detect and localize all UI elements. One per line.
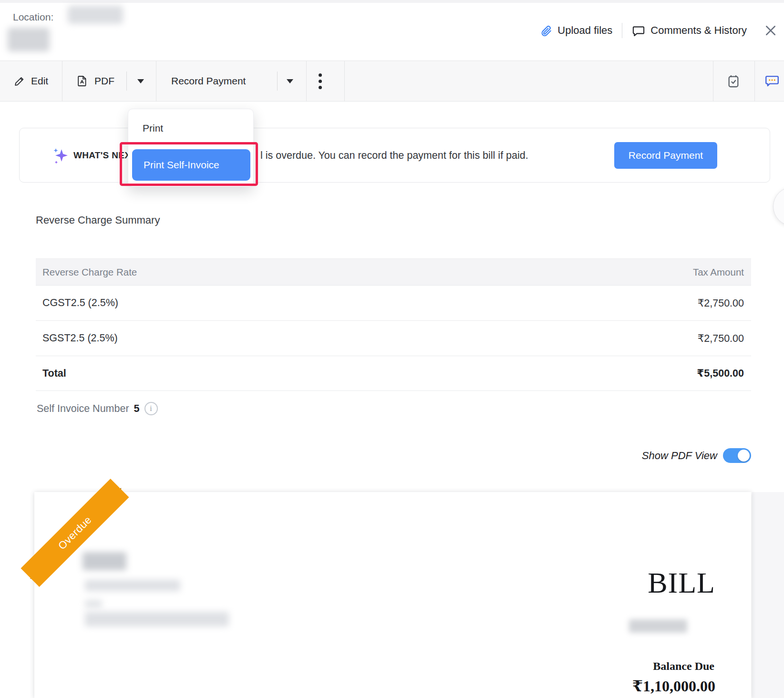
chat-dots-icon bbox=[764, 73, 780, 89]
amount-cell: ₹2,750.00 bbox=[698, 297, 744, 309]
column-header-amount: Tax Amount bbox=[693, 267, 744, 278]
redacted-vendor-name bbox=[83, 552, 126, 570]
record-payment-banner-button[interactable]: Record Payment bbox=[614, 142, 717, 169]
bill-title: BILL bbox=[648, 566, 715, 600]
record-payment-toolbar-button[interactable]: Record Payment bbox=[171, 61, 246, 101]
pdf-dropdown-caret[interactable] bbox=[137, 61, 144, 101]
table-row: CGST2.5 (2.5%) ₹2,750.00 bbox=[36, 285, 751, 320]
redacted-vendor-line bbox=[85, 612, 229, 626]
table-total-row: Total ₹5,500.00 bbox=[36, 356, 751, 391]
toolbar: Edit PDF Record Payment bbox=[0, 61, 784, 102]
header-divider bbox=[622, 23, 622, 38]
self-invoice-label: Self Invoice Number bbox=[37, 403, 129, 415]
comment-bubble-icon bbox=[632, 24, 645, 37]
pdf-dropdown-menu: Print Print Self-Invoice bbox=[128, 109, 254, 187]
balance-due-label: Balance Due bbox=[653, 660, 714, 673]
amount-cell: ₹2,750.00 bbox=[698, 332, 744, 345]
clipboard-check-icon bbox=[726, 73, 741, 89]
info-icon[interactable]: i bbox=[144, 402, 158, 415]
total-amount: ₹5,500.00 bbox=[697, 367, 744, 380]
redacted-vendor-line bbox=[85, 580, 180, 591]
banner-message: l is overdue. You can record the payment… bbox=[260, 150, 528, 162]
toolbar-divider bbox=[344, 61, 345, 101]
pdf-button[interactable]: PDF bbox=[76, 61, 114, 101]
chevron-down-icon bbox=[287, 79, 293, 83]
chevron-down-icon bbox=[137, 79, 144, 83]
toolbar-inner-divider bbox=[277, 72, 278, 91]
self-invoice-number-row: Self Invoice Number 5 i bbox=[37, 402, 158, 415]
show-pdf-view-toggle[interactable] bbox=[723, 448, 751, 463]
overdue-ribbon: Overdue bbox=[21, 479, 129, 587]
bill-detail-screen: Location: Upload files Comments & Histor… bbox=[0, 0, 784, 698]
toolbar-divider bbox=[306, 61, 307, 101]
pdf-view-toggle-row: Show PDF View bbox=[0, 448, 751, 463]
record-payment-label: Record Payment bbox=[171, 75, 246, 87]
toolbar-divider bbox=[62, 61, 62, 101]
redacted-bill-ref bbox=[629, 619, 687, 633]
pdf-label: PDF bbox=[94, 75, 114, 87]
table-row: SGST2.5 (2.5%) ₹2,750.00 bbox=[36, 320, 751, 356]
pencil-icon bbox=[14, 75, 25, 87]
menu-item-print-self-invoice[interactable]: Print Self-Invoice bbox=[132, 149, 250, 181]
tasks-clipboard-button[interactable] bbox=[720, 61, 747, 101]
bill-pdf-document: Overdue BILL Balance Due ₹1,10,000.00 bbox=[34, 492, 751, 698]
show-pdf-view-label: Show PDF View bbox=[642, 450, 717, 462]
whats-next-label: WHAT'S NEXT bbox=[73, 150, 136, 161]
redacted-bill-number bbox=[8, 28, 50, 51]
upload-files-label: Upload files bbox=[557, 24, 612, 37]
overdue-ribbon-label: Overdue bbox=[56, 513, 94, 552]
header-actions: Upload files Comments & History bbox=[540, 22, 779, 39]
chat-comments-button[interactable] bbox=[760, 61, 784, 101]
paperclip-icon bbox=[540, 24, 552, 37]
floating-action-button-partial[interactable] bbox=[773, 187, 784, 226]
edit-button[interactable]: Edit bbox=[14, 61, 48, 101]
column-header-rate: Reverse Charge Rate bbox=[42, 267, 137, 278]
table-header-row: Reverse Charge Rate Tax Amount bbox=[36, 258, 751, 285]
location-label: Location: bbox=[13, 11, 53, 23]
self-invoice-value: 5 bbox=[134, 403, 140, 415]
total-label: Total bbox=[42, 368, 66, 380]
redacted-vendor-line bbox=[85, 600, 102, 608]
close-icon[interactable] bbox=[762, 22, 779, 39]
toolbar-divider bbox=[156, 61, 156, 101]
toolbar-divider bbox=[754, 61, 755, 101]
upload-files-button[interactable]: Upload files bbox=[540, 24, 612, 37]
top-edge-strip bbox=[0, 0, 784, 3]
kebab-menu-icon bbox=[319, 73, 322, 89]
comments-history-button[interactable]: Comments & History bbox=[632, 24, 747, 37]
redacted-location-value bbox=[68, 6, 123, 24]
sparkle-icon bbox=[51, 146, 70, 165]
balance-due-amount: ₹1,10,000.00 bbox=[632, 677, 715, 695]
menu-item-print[interactable]: Print bbox=[128, 117, 253, 140]
reverse-charge-table: Reverse Charge Rate Tax Amount CGST2.5 (… bbox=[36, 258, 751, 391]
pdf-viewer-background bbox=[752, 492, 784, 698]
edit-label: Edit bbox=[31, 75, 48, 87]
more-options-button[interactable] bbox=[319, 61, 322, 101]
toolbar-divider bbox=[713, 61, 713, 101]
comments-history-label: Comments & History bbox=[650, 24, 747, 37]
rate-cell: SGST2.5 (2.5%) bbox=[42, 332, 118, 344]
record-payment-dropdown-caret[interactable] bbox=[287, 61, 293, 101]
rate-cell: CGST2.5 (2.5%) bbox=[42, 297, 118, 309]
pdf-file-icon bbox=[76, 75, 88, 87]
reverse-charge-summary-title: Reverse Charge Summary bbox=[36, 214, 160, 226]
toggle-knob bbox=[738, 450, 750, 462]
toolbar-inner-divider bbox=[126, 72, 127, 91]
